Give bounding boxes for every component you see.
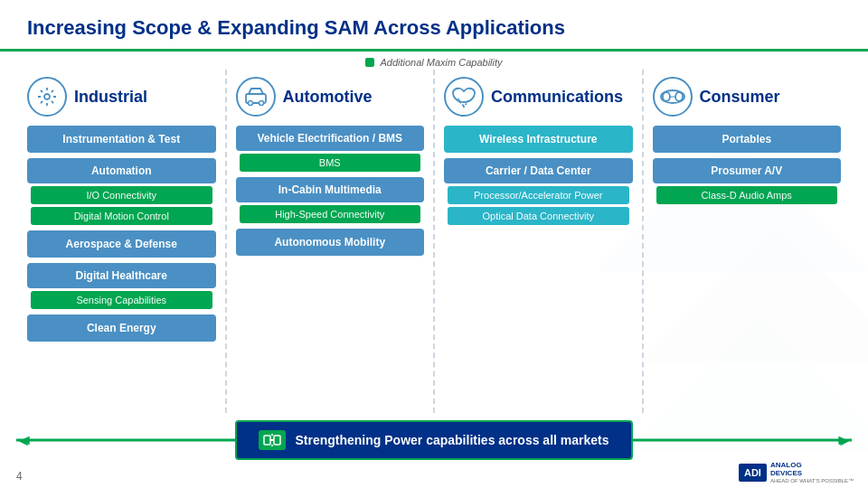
svg-rect-12: [264, 436, 270, 445]
optical-data-connectivity-btn[interactable]: Optical Data Connectivity: [448, 207, 629, 225]
class-d-audio-btn[interactable]: Class-D Audio Amps: [656, 186, 838, 204]
portables-btn[interactable]: Portables: [653, 126, 842, 153]
legend: Additional Maxim Capability: [0, 57, 868, 68]
automation-group: Automation I/O Connectivity Digital Moti…: [27, 158, 216, 225]
columns-area: Industrial Instrumentation & Test Automa…: [0, 70, 868, 413]
adi-name-line2: DEVICES: [770, 469, 854, 478]
column-automotive: Automotive Vehicle Electrification / BMS…: [227, 70, 436, 413]
power-bar: Strengthening Power capabilities across …: [235, 420, 632, 460]
bms-btn[interactable]: BMS: [240, 154, 421, 172]
high-speed-connectivity-btn[interactable]: High-Speed Connectivity: [240, 205, 421, 223]
svg-point-5: [248, 101, 252, 106]
industrial-title: Industrial: [74, 88, 147, 107]
page-number: 4: [16, 470, 23, 483]
adi-name-line1: ANALOG: [770, 461, 854, 470]
wireless-infrastructure-btn[interactable]: Wireless Infrastructure: [444, 126, 633, 153]
svg-point-9: [663, 92, 670, 101]
in-cabin-group: In-Cabin Multimedia High-Speed Connectiv…: [236, 177, 425, 223]
communications-title: Communications: [491, 88, 623, 107]
right-arrow-icon: ►: [835, 432, 850, 448]
prosumer-av-btn[interactable]: Prosumer A/V: [653, 158, 842, 183]
adi-tagline: AHEAD OF WHAT'S POSSIBLE™: [770, 478, 854, 484]
autonomous-mobility-btn[interactable]: Autonomous Mobility: [236, 229, 425, 256]
sensing-capabilities-btn[interactable]: Sensing Capabilities: [31, 291, 212, 309]
clean-energy-btn[interactable]: Clean Energy: [27, 314, 216, 342]
digital-healthcare-btn[interactable]: Digital Healthcare: [27, 263, 216, 288]
carrier-data-center-btn[interactable]: Carrier / Data Center: [444, 158, 633, 183]
col-header-automotive: Automotive: [236, 77, 425, 117]
footer: 4: [16, 470, 23, 483]
digital-healthcare-group: Digital Healthcare Sensing Capabilities: [27, 263, 216, 309]
industrial-icon: [27, 77, 67, 117]
processor-accelerator-btn[interactable]: Processor/Accelerator Power: [448, 186, 629, 204]
col-header-communications: Communications: [444, 77, 633, 117]
power-bar-text: Strengthening Power capabilities across …: [295, 433, 609, 447]
digital-motion-btn[interactable]: Digital Motion Control: [31, 207, 212, 225]
adi-logo-box: ADI: [739, 464, 767, 482]
adi-logo-text: ANALOG DEVICES AHEAD OF WHAT'S POSSIBLE™: [770, 461, 854, 484]
svg-rect-13: [274, 436, 280, 445]
header: Increasing Scope & Expanding SAM Across …: [0, 0, 868, 52]
page-title: Increasing Scope & Expanding SAM Across …: [27, 16, 841, 40]
svg-point-10: [675, 92, 683, 101]
legend-text: Additional Maxim Capability: [380, 57, 502, 68]
col-header-industrial: Industrial: [27, 77, 216, 117]
left-arrow-icon: ◄: [18, 432, 33, 448]
carrier-data-center-group: Carrier / Data Center Processor/Accelera…: [444, 158, 633, 225]
power-icon: [259, 430, 286, 450]
communications-icon: [444, 77, 484, 117]
column-communications: Communications Wireless Infrastructure C…: [435, 70, 644, 413]
svg-point-6: [259, 101, 263, 106]
consumer-title: Consumer: [700, 88, 780, 107]
vehicle-electrification-btn[interactable]: Vehicle Electrification / BMS: [236, 126, 425, 151]
io-connectivity-btn[interactable]: I/O Connectivity: [31, 186, 212, 204]
column-consumer: Consumer Portables Prosumer A/V Class-D …: [644, 70, 851, 413]
vehicle-electrification-group: Vehicle Electrification / BMS BMS: [236, 126, 425, 172]
legend-dot: [365, 58, 374, 67]
bottom-bar-wrapper: ◄ ► Strengthening Power capabilities acr…: [16, 418, 852, 463]
prosumer-group: Prosumer A/V Class-D Audio Amps: [653, 158, 842, 204]
col-header-consumer: Consumer: [653, 77, 842, 117]
in-cabin-btn[interactable]: In-Cabin Multimedia: [236, 177, 425, 202]
automation-btn[interactable]: Automation: [27, 158, 216, 183]
aerospace-btn[interactable]: Aerospace & Defense: [27, 230, 216, 258]
consumer-icon: [653, 77, 693, 117]
adi-logo: ADI ANALOG DEVICES AHEAD OF WHAT'S POSSI…: [739, 461, 854, 484]
svg-point-3: [44, 94, 50, 99]
automotive-icon: [236, 77, 276, 117]
slide: Increasing Scope & Expanding SAM Across …: [0, 0, 868, 488]
automotive-title: Automotive: [283, 88, 373, 107]
column-industrial: Industrial Instrumentation & Test Automa…: [18, 70, 227, 413]
instrumentation-btn[interactable]: Instrumentation & Test: [27, 126, 216, 153]
